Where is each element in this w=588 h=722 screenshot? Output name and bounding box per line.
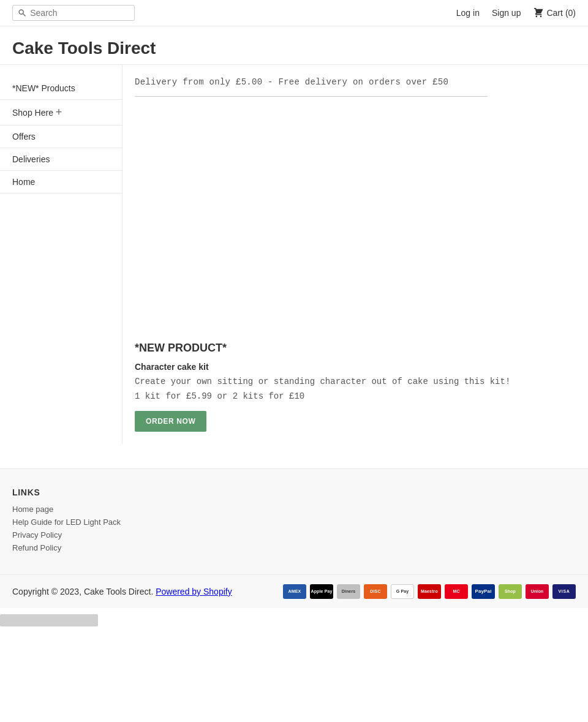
signup-link[interactable]: Sign up <box>492 8 521 18</box>
sidebar-item-offers[interactable]: Offers <box>0 126 122 148</box>
payment-icons: AMEX Apple Pay Diners DISC G Pay Maestro… <box>283 584 576 599</box>
product-price: 1 kit for £5.99 or 2 kits for £10 <box>135 391 576 401</box>
plus-icon: + <box>56 106 62 118</box>
payment-icon-paypal: PayPal <box>472 584 495 599</box>
footer-link-refund[interactable]: Refund Policy <box>12 543 576 552</box>
search-input[interactable] <box>30 8 129 18</box>
payment-icon-applepay: Apple Pay <box>310 584 333 599</box>
sidebar: *NEW* Products Shop Here + Offers Delive… <box>0 65 123 444</box>
payment-icon-discover: DISC <box>364 584 387 599</box>
order-now-button[interactable]: ORDER NOW <box>135 411 206 432</box>
footer-links: Home page Help Guide for LED Light Pack … <box>12 505 576 552</box>
payment-icon-diners: Diners <box>337 584 360 599</box>
copyright-area: Copyright © 2023, Cake Tools Direct. Pow… <box>12 587 232 596</box>
main-content: Delivery from only £5.00 - Free delivery… <box>123 65 588 444</box>
copyright-text: Copyright © 2023, Cake Tools Direct. <box>12 587 153 596</box>
login-link[interactable]: Log in <box>456 8 480 18</box>
payment-icon-googlepay: G Pay <box>391 584 414 599</box>
sidebar-item-new-products[interactable]: *NEW* Products <box>0 77 122 100</box>
top-bar-nav: Log in Sign up Cart (0) <box>456 7 576 18</box>
top-bar: Log in Sign up Cart (0) <box>0 0 588 26</box>
search-form[interactable] <box>12 5 135 21</box>
footer-links-title: Links <box>12 487 576 497</box>
product-section: *NEW PRODUCT* Character cake kit Create … <box>135 342 576 432</box>
search-icon <box>18 8 26 18</box>
shop-here-label: Shop Here <box>12 108 53 118</box>
footer-link-privacy[interactable]: Privacy Policy <box>12 530 576 540</box>
footer-link-led-guide[interactable]: Help Guide for LED Light Pack <box>12 517 576 527</box>
payment-icon-visa: VISA <box>552 584 576 599</box>
sidebar-item-deliveries[interactable]: Deliveries <box>0 148 122 171</box>
payment-icon-amex: AMEX <box>283 584 306 599</box>
product-name: Character cake kit <box>135 362 576 372</box>
sidebar-nav: *NEW* Products Shop Here + Offers Delive… <box>0 77 122 194</box>
product-description: Create your own sitting or standing char… <box>135 377 576 386</box>
new-product-title: *NEW PRODUCT* <box>135 342 576 355</box>
divider <box>135 96 488 97</box>
payment-icon-mastercard: MC <box>445 584 468 599</box>
site-header: Cake Tools Direct <box>0 26 588 65</box>
delivery-banner: Delivery from only £5.00 - Free delivery… <box>135 77 576 87</box>
payment-icon-maestro: Maestro <box>418 584 441 599</box>
sidebar-item-shop-here[interactable]: Shop Here + <box>0 100 122 126</box>
cart-icon <box>533 7 544 18</box>
payment-icon-unionpay: Union <box>526 584 549 599</box>
cart-label: Cart <box>546 8 562 18</box>
cart-link[interactable]: Cart (0) <box>533 7 576 18</box>
sidebar-item-home[interactable]: Home <box>0 171 122 194</box>
footer-link-home-page[interactable]: Home page <box>12 505 576 514</box>
powered-by-shopify-link[interactable]: Powered by Shopify <box>156 587 232 596</box>
gray-bar <box>0 614 98 626</box>
site-title[interactable]: Cake Tools Direct <box>12 39 156 58</box>
main-layout: *NEW* Products Shop Here + Offers Delive… <box>0 65 588 444</box>
footer: Links Home page Help Guide for LED Light… <box>0 468 588 574</box>
cart-count: (0) <box>565 8 576 18</box>
payment-icon-shopify: Shop <box>499 584 522 599</box>
footer-bottom: Copyright © 2023, Cake Tools Direct. Pow… <box>0 574 588 608</box>
